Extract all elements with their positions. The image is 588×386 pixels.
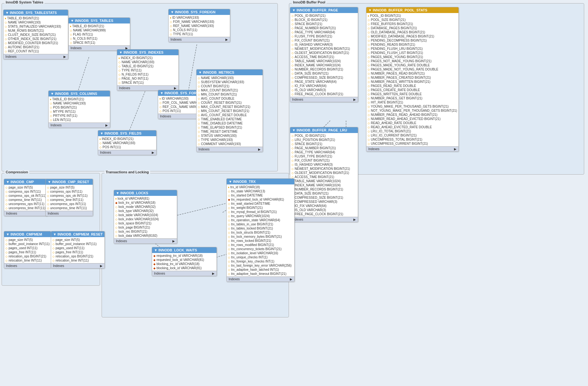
table-footer-sys-fields[interactable]: Indexes ▶ <box>98 150 156 155</box>
table-row: ◇TIME_RESET DATETIME <box>197 130 263 134</box>
table-title-trx: ▼ INNODB_TRX <box>229 180 256 183</box>
table-row: ◇INDEX_NAME VARCHAR(1024) <box>290 183 358 187</box>
table-header-sys-indexes[interactable]: ▼ INNODB_SYS_INDEXES <box>117 50 178 55</box>
table-row: ◇CLUST_INDEX_SIZE BIGINT(21) <box>3 33 68 37</box>
table-row: ◇NUMBER_PAGES_CREATED BIGINT(21) <box>366 76 458 80</box>
table-footer-cmp[interactable]: Indexes <box>4 211 47 216</box>
table-row: ◇PAGES_READ_RATE DOUBLE <box>366 84 458 88</box>
table-header-cmpmem[interactable]: ▼ INNODB_CMPMEM <box>4 231 51 237</box>
table-row: ◇SPACE INT(11) <box>69 41 130 45</box>
table-row: ◇pages_used INT(11) <box>51 246 104 250</box>
table-row: ◇relocation_time INT(11) <box>51 258 104 263</box>
table-row: ◇compress_ops_ok INT(11) <box>4 194 47 198</box>
table-row: ◇PAGE_NO INT(11) <box>117 77 178 81</box>
table-footer-tablestats[interactable]: Indexes ▶ <box>3 54 68 59</box>
table-row: ◇trx_started DATETIME <box>227 193 294 197</box>
table-row: ◇trx_concurrency_tickets BIGINT(21) <box>227 247 294 251</box>
table-row: ◇relocation_ops BIGINT(21) <box>51 254 104 258</box>
table-header-sys-foreign[interactable]: ▼ INNODB_SYS_FOREIGN <box>169 9 230 15</box>
table-row: ◇COMMENT VARCHAR(193) <box>197 142 263 146</box>
table-row: ◇trx_rows_locked BIGINT(21) <box>227 239 294 243</box>
table-row: ◇FOR_NAME VARCHAR(193) <box>169 20 230 24</box>
table-row: ◇PAGES_MADE_YOUNG_RATE DOUBLE <box>366 63 458 67</box>
table-footer-sys-columns[interactable]: Indexes ▶ <box>49 123 110 128</box>
table-header-locks[interactable]: ▼ INNODB_LOCKS <box>114 190 177 196</box>
table-footer-cmpmem[interactable]: Indexes <box>4 263 51 268</box>
table-header-buffer-page-lru[interactable]: ▼ INNODB_BUFFER_PAGE_LRU <box>290 127 358 133</box>
table-row: ◇OLD_DATABASE_PAGES BIGINT(21) <box>366 30 458 34</box>
table-row: ◇PAGES_NOT_MADE_YOUNG BIGINT(21) <box>366 59 458 63</box>
table-row: ◇compress_ops INT(11) <box>46 190 93 194</box>
table-row: ◇IS_HASHED VARCHAR(3) <box>290 163 358 167</box>
table-row: ◇trx_rows_modified BIGINT(21) <box>227 243 294 247</box>
group-label-system-tables: InnoDB System Tables <box>4 0 44 4</box>
table-row: ◇TYPE INT(11) <box>169 32 230 36</box>
group-label-transactions: Transactions and Locking <box>104 170 150 174</box>
table-row: ◇NUMBER_RECORDS BIGINT(21) <box>290 67 358 71</box>
table-row: ◇READ_AHEAD_EVICTED_RATE DOUBLE <box>366 125 458 129</box>
table-row: ◇NAME VARCHAR(193) <box>98 141 156 145</box>
table-row: ◇trx_unique_checks INT(1) <box>227 255 294 259</box>
table-header-sys-columns[interactable]: ▼ INNODB_SYS_COLUMNS <box>49 91 110 96</box>
table-row: ◇PENDING_READS BIGINT(21) <box>366 43 458 47</box>
table-row: ◇TABLE_NAME VARCHAR(1024) <box>290 59 358 63</box>
table-row: ◇POOL_ID BIGINT(21) <box>290 134 358 138</box>
table-row: ◇AUTOINC BIGINT(21) <box>3 45 68 49</box>
table-row: ♦INDEX_ID BIGINT(21) <box>117 56 178 60</box>
table-row: ♦TABLE_ID BIGINT(21) <box>69 24 130 28</box>
table-row: ◇OTHER_INDEX_SIZE BIGINT(21) <box>3 37 68 41</box>
table-row: ◇lock_mode VARCHAR(32) <box>114 205 177 209</box>
table-row: ◇PAGE_TYPE VARCHAR(64) <box>290 30 358 34</box>
table-row: ◇AVG_COUNT DOUBLE <box>197 96 263 101</box>
table-row: ◇AVG_COUNT_RESET DOUBLE <box>197 113 263 117</box>
table-header-sys-fields[interactable]: ▼ INNODB_SYS_FIELDS <box>98 130 156 136</box>
table-row: ◇LRU_IO_CURRENT BIGINT(21) <box>366 133 458 137</box>
table-footer-cmp-reset[interactable]: Indexes <box>46 211 93 216</box>
group-label-compression: Compression <box>4 170 29 174</box>
table-footer-buffer-pool-stats[interactable]: Indexes ▶ <box>366 146 458 151</box>
table-row: ◇COMPRESSED_SIZE BIGINT(21) <box>290 196 358 200</box>
table-header-cmp-reset[interactable]: ▼ INNODB_CMP_RESET <box>46 179 93 185</box>
table-footer-buffer-page[interactable]: Indexes ▶ <box>290 97 358 102</box>
table-row: ◇BLOCK_ID BIGINT(21) <box>290 18 358 22</box>
table-row: ◇DATABASE_PAGES BIGINT(21) <box>366 26 458 30</box>
table-footer-lock-waits[interactable]: Indexes ▶ <box>152 271 217 276</box>
table-header-sys-tables[interactable]: ▼ INNODB_SYS_TABLES <box>69 18 130 23</box>
table-header-trx[interactable]: ▼ INNODB_TRX <box>227 179 294 184</box>
table-footer-cmpmem-reset[interactable]: Indexes ▶ <box>51 263 104 268</box>
table-row: ◇lock_type VARCHAR(32) <box>114 209 177 213</box>
table-header-metrics[interactable]: ▼ INNODB_METRICS <box>197 70 263 75</box>
table-row: ◇COUNT_RESET BIGINT(21) <box>197 101 263 105</box>
table-footer-buffer-page-lru[interactable]: Indexes ▶ <box>290 217 358 222</box>
table-row: ◇uncompress_time INT(11) <box>4 206 47 210</box>
table-row: ◇FLUSH_TYPE BIGINT(21) <box>290 34 358 38</box>
table-row: ◇NUMBER_RECORDS BIGINT(21) <box>290 187 358 191</box>
table-header-cmp[interactable]: ▼ INNODB_CMP <box>4 179 47 185</box>
table-footer-trx[interactable]: Indexes ▶ <box>227 276 294 282</box>
table-title-lock-waits: ▼ INNODB_LOCK_WAITS <box>154 248 197 252</box>
table-footer-sys-foreign[interactable]: Indexes ▶ <box>169 37 230 42</box>
table-title-sys-columns: ▼ INNODB_SYS_COLUMNS <box>50 92 97 96</box>
table-row: ◇SPACE INT(11) <box>117 81 178 85</box>
table-row: ◇trx_lock_memory_bytes BIGINT(21) <box>227 235 294 239</box>
table-header-cmpmem-reset[interactable]: ▼ INNODB_CMPMEM_RESET <box>51 231 104 237</box>
table-innodb-lock-waits: ▼ INNODB_LOCK_WAITS ◆requesting_trx_id V… <box>152 247 217 276</box>
table-row: ◇SPACE BIGINT(21) <box>290 142 358 146</box>
table-header-tablestats[interactable]: ▼ INNODB_SYS_TABLESTATS <box>3 10 68 16</box>
table-header-buffer-page[interactable]: ▼ INNODB_BUFFER_PAGE <box>290 7 358 13</box>
table-title-sys-fields: ▼ INNODB_SYS_FIELDS <box>100 131 142 135</box>
table-title-sys-tables: ▼ INNODB_SYS_TABLES <box>70 19 113 23</box>
table-title-sys-foreign: ▼ INNODB_SYS_FOREIGN <box>170 10 216 14</box>
table-row: ◇POS BIGINT(21) <box>49 105 110 110</box>
table-row: ◇NOT_YOUNG_MAKE_PER_THOUSAND_GETS BIGINT… <box>366 109 458 113</box>
table-header-buffer-pool-stats[interactable]: ▼ INNODB_BUFFER_POOL_STATS <box>366 7 458 13</box>
table-row: ◇NAME VARCHAR(193) <box>3 20 68 24</box>
table-row: ◇NUMBER_READ_AHEAD_EVICTED BIGINT(21) <box>366 117 458 121</box>
table-row: ♦lock_id VARCHAR(81) <box>114 196 177 201</box>
table-row: ◇compress_ops_ok INT(11) <box>46 194 93 198</box>
table-footer-locks[interactable]: Indexes ▶ <box>114 238 177 243</box>
table-footer-metrics[interactable]: Indexes ▶ <box>197 147 263 152</box>
table-row: ◇COUNT BIGINT(21) <box>197 84 263 88</box>
table-header-lock-waits[interactable]: ▼ INNODB_LOCK_WAITS <box>152 247 217 253</box>
table-row: ◇trx_state VARCHAR(13) <box>227 189 294 193</box>
